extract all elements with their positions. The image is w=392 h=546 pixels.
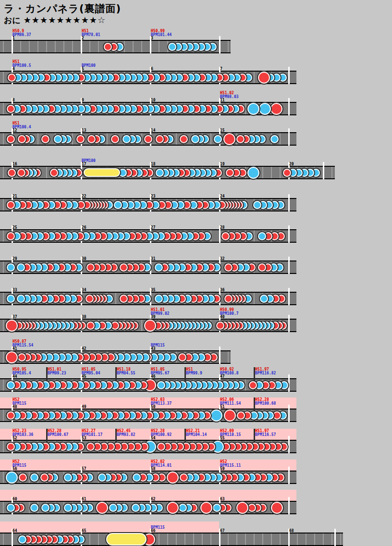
measure-number: 32: [220, 257, 225, 261]
measure-number: 15: [220, 129, 225, 133]
bpm-label: BPM105.4: [12, 372, 31, 375]
measure-end-line: [219, 347, 220, 364]
bpm-label: BPM115: [12, 402, 26, 406]
measure-number: 28: [220, 226, 225, 230]
bpm-label: BPM104.14: [186, 433, 207, 437]
measure-number: 64: [12, 529, 17, 533]
don-note: [215, 321, 225, 331]
bpm-label: BPM99.9: [186, 372, 202, 375]
ka-note: [270, 134, 280, 144]
measure-number: 27: [151, 226, 156, 230]
beat-line: [3, 472, 4, 483]
track-bottom-border: [0, 483, 296, 484]
track-bottom-border: [0, 304, 296, 305]
beat-line: [3, 230, 4, 242]
gogo-band: [0, 429, 296, 440]
beat-line: [55, 41, 56, 52]
beat-line: [159, 41, 159, 52]
don-note: [6, 134, 16, 144]
ka-note: [154, 262, 164, 273]
measure-number: 36: [220, 288, 225, 292]
beat-line: [29, 41, 30, 52]
ka-note: [53, 134, 63, 144]
measure-end-line: [288, 288, 290, 305]
don-note: [7, 73, 17, 83]
bpm-label: BPM84.55: [117, 372, 135, 375]
beat-line: [306, 534, 306, 545]
bpm-label: BPM100: [82, 159, 96, 163]
track-bottom-border: [0, 273, 296, 274]
don-note: [17, 134, 27, 144]
beat-line: [245, 534, 246, 545]
don-note: [49, 168, 59, 178]
beat-line: [89, 41, 90, 52]
measure-number: 62: [151, 497, 156, 501]
beat-line: [37, 133, 38, 145]
beat-line: [3, 534, 4, 545]
bpm-label: BPM115: [151, 344, 165, 347]
measure-number: 29: [12, 257, 17, 261]
don-note: [86, 134, 97, 144]
big-ka-note: [246, 166, 260, 180]
don-note: [119, 262, 129, 273]
big-don-note: [199, 501, 213, 515]
beat-line: [3, 320, 4, 331]
beat-line: [20, 41, 21, 52]
measure-number: 68: [289, 529, 294, 533]
beat-line: [228, 351, 229, 363]
bpm-label: BPM98.03: [220, 95, 239, 99]
ka-note: [252, 200, 262, 210]
beat-line: [323, 534, 324, 545]
beat-line: [331, 167, 332, 178]
measure-number: 65: [82, 529, 86, 533]
measure-number: 48: [12, 405, 17, 409]
measure-number: 25: [12, 226, 17, 230]
beat-line: [210, 534, 211, 545]
ka-note: [6, 380, 16, 390]
measure-number: 45: [82, 375, 86, 379]
measure-number: 44: [12, 375, 17, 379]
beat-line: [115, 293, 116, 304]
measure-number: 1: [12, 37, 15, 40]
ka-note: [154, 294, 164, 304]
don-note: [119, 294, 129, 304]
bpm-label: BPM100: [82, 64, 96, 68]
don-note: [18, 472, 28, 483]
measure-number: 47: [220, 375, 225, 379]
measure-end-line: [288, 225, 290, 243]
don-note: [7, 168, 17, 178]
bpm-label: BPM101.17: [82, 433, 102, 437]
don-note: [179, 472, 189, 483]
bpm-label: BPM100.4: [12, 125, 31, 129]
ka-note: [63, 472, 73, 483]
don-note: [179, 134, 189, 144]
measure-number: 55: [220, 436, 225, 440]
big-don-note: [223, 409, 237, 422]
measure-number: 2: [82, 37, 84, 40]
bpm-label: BPM100.7: [220, 312, 239, 316]
measure-number: 8: [12, 99, 15, 102]
measure-number: 6: [151, 67, 153, 71]
measure-number: 3: [151, 37, 153, 40]
beat-line: [254, 534, 255, 545]
beat-line: [236, 534, 237, 545]
beat-line: [46, 41, 47, 52]
measure-end-line: [323, 162, 324, 179]
don-note: [6, 104, 16, 114]
don-note: [155, 134, 165, 144]
measure-number: 10: [151, 99, 156, 102]
measure-number: 16: [12, 162, 17, 166]
don-note: [39, 472, 49, 483]
ka-note: [132, 472, 142, 483]
big-don-note: [270, 501, 284, 515]
measure-number: 4: [12, 67, 15, 71]
don-note: [6, 231, 16, 241]
beat-line: [98, 41, 99, 52]
measure-number: 14: [151, 129, 156, 133]
measure-number: 9: [82, 99, 84, 102]
beat-line: [280, 133, 281, 145]
beat-line: [271, 167, 272, 178]
beat-line: [280, 167, 281, 178]
beat-line: [3, 133, 4, 145]
track-bottom-border: [0, 83, 296, 84]
